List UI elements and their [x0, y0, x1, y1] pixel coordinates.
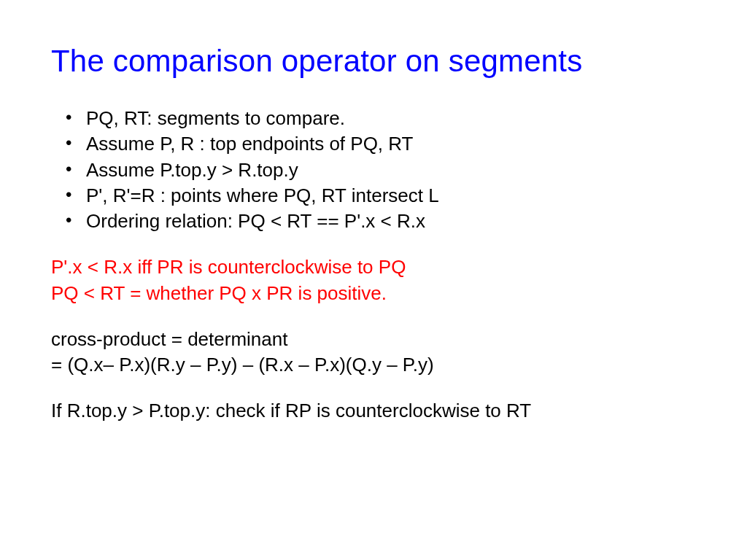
slide-title: The comparison operator on segments: [51, 44, 696, 79]
final-condition: If R.top.y > P.top.y: check if RP is cou…: [51, 399, 696, 423]
bullet-list: PQ, RT: segments to compare. Assume P, R…: [63, 106, 696, 233]
formula-line: cross-product = determinant: [51, 327, 696, 351]
list-item: Assume P.top.y > R.top.y: [63, 158, 696, 182]
list-item: Assume P, R : top endpoints of PQ, RT: [63, 132, 696, 156]
highlighted-text: P'.x < R.x iff PR is counterclockwise to…: [51, 255, 696, 306]
red-line: PQ < RT = whether PQ x PR is positive.: [51, 281, 696, 306]
formula-line: = (Q.x– P.x)(R.y – P.y) – (R.x – P.x)(Q.…: [51, 353, 696, 377]
red-line: P'.x < R.x iff PR is counterclockwise to…: [51, 255, 696, 279]
slide-content: PQ, RT: segments to compare. Assume P, R…: [51, 106, 696, 424]
list-item: PQ, RT: segments to compare.: [63, 106, 696, 131]
list-item: Ordering relation: PQ < RT == P'.x < R.x: [63, 209, 696, 233]
list-item: P', R'=R : points where PQ, RT intersect…: [63, 184, 696, 208]
formula-block: cross-product = determinant = (Q.x– P.x)…: [51, 327, 696, 378]
